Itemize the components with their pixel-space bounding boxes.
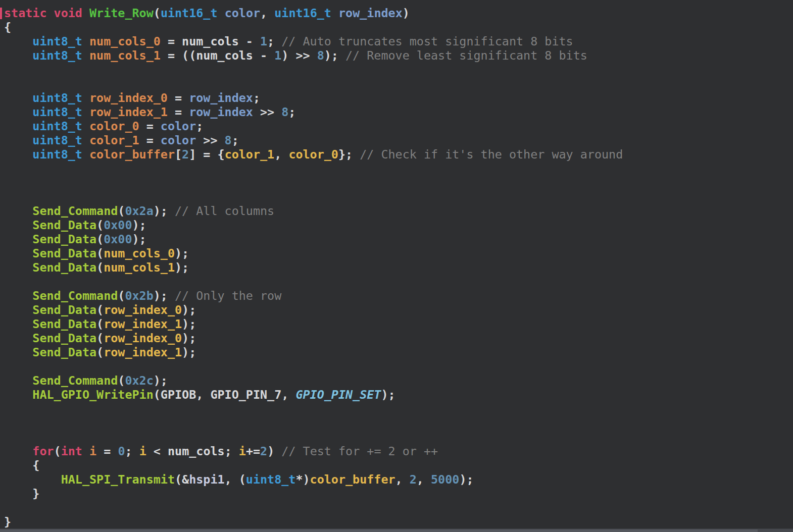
code-line: uint8_t row_index_0 = row_index; [4,91,793,105]
code-token-declaration: i [89,444,96,458]
code-token-default [4,105,32,119]
code-token-comment: // Only the row [168,289,281,303]
code-token-number: 0x2a [125,204,153,218]
code-line [4,176,793,190]
code-token-default: { [4,458,39,472]
code-token-parameter: color [225,6,260,20]
code-token-default: { [4,20,11,34]
code-token-default [4,289,32,303]
code-token-default: = [96,444,118,458]
code-token-comment: // Check if it's the other way around [353,147,623,162]
code-token-function_call: Send_Command [32,374,118,388]
code-token-keyword: for [32,444,54,458]
code-token-default [4,303,32,317]
code-token-number: 8 [281,105,288,119]
code-token-number: 2 [182,147,189,162]
code-token-default [4,204,32,218]
code-editor[interactable]: static void Write_Row(uint16_t color, ui… [0,0,793,528]
code-token-default [82,119,89,133]
code-token-variable: color_1 [225,147,275,162]
code-token-variable: num_cols_1 [104,260,175,275]
code-token-default [4,444,32,458]
code-token-default: ) >> [281,48,317,63]
code-token-default: ); [154,204,168,218]
code-token-comment: // All columns [168,204,274,218]
code-token-default [4,317,32,331]
code-line [4,77,793,91]
code-line: HAL_SPI_Transmit(&hspi1, (uint8_t*)color… [4,472,793,487]
code-token-default: ; [125,444,139,458]
code-token-default: ); [175,246,189,260]
code-line: Send_Data(row_index_1); [4,317,793,331]
code-token-default: } [4,487,39,501]
code-token-default [4,34,32,48]
code-line [4,416,793,430]
code-token-default [4,218,32,232]
horizontal-scrollbar[interactable] [0,528,793,532]
code-token-type: uint8_t [32,105,82,119]
code-token-declaration: color_1 [89,133,139,147]
code-token-comment: // Test for += 2 or ++ [274,444,438,458]
code-token-default [4,345,32,359]
code-token-global: hspi1 [189,472,224,487]
code-token-default: ( [118,204,125,218]
code-token-type: uint8_t [32,48,82,63]
code-line: static void Write_Row(uint16_t color, ui… [4,6,793,20]
code-token-default: ); [175,260,189,275]
code-line: { [4,458,793,472]
code-token-default: ( [96,331,104,345]
code-token-type: uint8_t [32,119,82,133]
code-token-default: ( [96,246,104,260]
code-token-default [4,260,32,275]
code-line: Send_Data(row_index_1); [4,345,793,359]
code-token-default [331,6,338,20]
code-token-default: , ( [225,472,246,487]
code-token-default [4,232,32,246]
code-token-default: , [395,472,410,487]
code-token-declaration: row_index_0 [89,91,168,105]
code-token-default [82,147,89,162]
code-token-default: ); [132,218,146,232]
code-token-number: 1 [260,34,267,48]
code-token-function_def: Write_Row [89,6,154,20]
code-token-function_call: Send_Command [32,204,118,218]
code-token-default [4,91,32,105]
code-token-variable: row_index_0 [104,303,182,317]
code-token-keyword: static [4,6,47,20]
code-line: Send_Data(0x00); [4,218,793,232]
code-token-variable: color_buffer [310,472,395,487]
code-token-function_call: Send_Data [32,260,96,275]
code-token-number: 5000 [431,472,459,487]
code-token-default: ; [267,34,274,48]
clipped-glyph-fragment [0,8,2,19]
code-token-default [82,91,89,105]
code-token-default [82,444,89,458]
code-token-default: ( [96,260,104,275]
code-token-default: }; [338,147,353,162]
code-token-default [4,133,32,147]
code-line [4,501,793,515]
code-token-variable: num_cols_0 [104,246,175,260]
code-token-number: 0x00 [104,218,132,232]
code-line: Send_Data(0x00); [4,232,793,246]
code-token-default: >> [196,133,224,147]
horizontal-scrollbar-thumb[interactable] [0,529,758,532]
code-token-number: 0x2c [125,374,153,388]
code-token-function_call: Send_Data [32,246,96,260]
code-token-declaration: num_cols_1 [89,48,161,63]
code-token-variable: color_0 [288,147,338,162]
code-line: uint8_t num_cols_0 = num_cols - 1; // Au… [4,34,793,48]
code-token-keyword: void [54,6,82,20]
code-token-default: , [417,472,431,487]
code-token-number: 0 [118,444,125,458]
code-token-default [4,388,32,402]
code-token-default [4,374,32,388]
code-line: uint8_t row_index_1 = row_index >> 8; [4,105,793,119]
code-token-parameter: color [161,119,196,133]
code-token-parameter: color [161,133,196,147]
code-token-default: ); [154,374,168,388]
code-token-function_call: Send_Data [32,317,96,331]
code-token-default: ( [154,6,161,20]
code-line: uint8_t color_buffer[2] = {color_1, colo… [4,147,793,162]
code-token-default: ( [118,289,125,303]
